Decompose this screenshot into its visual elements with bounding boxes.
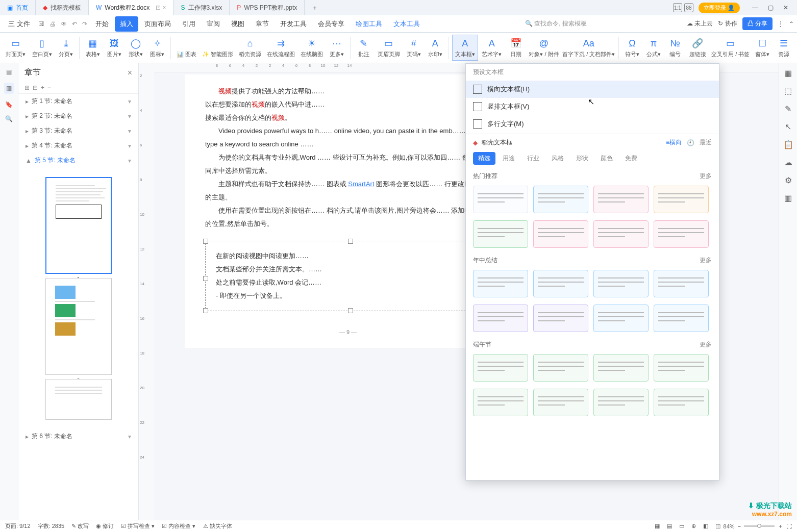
recent-label[interactable]: 最近 [700, 138, 712, 147]
textbox-template[interactable] [654, 220, 709, 248]
textbox-option[interactable]: 横向文本框(H) [466, 81, 719, 98]
ribbon-表格▾[interactable]: ▦表格▾ [83, 35, 103, 60]
close-window-icon[interactable]: ✕ [780, 4, 792, 11]
more-link[interactable]: 更多 [700, 256, 712, 265]
ribbon-水印▾[interactable]: A水印▾ [425, 35, 445, 60]
textbox-template[interactable] [473, 305, 528, 332]
history-icon[interactable]: 🕘 [687, 139, 694, 146]
filter-tab-颜色[interactable]: 颜色 [595, 152, 618, 165]
ribbon-空白页▾[interactable]: ▯空白页▾ [30, 35, 55, 60]
textbox-template[interactable] [654, 186, 709, 213]
zoom-slider[interactable] [744, 525, 775, 527]
filter-tab-免费[interactable]: 免费 [620, 152, 642, 165]
textbox-template[interactable] [593, 220, 649, 248]
ribbon-公式▾[interactable]: π公式▾ [643, 35, 664, 60]
menu-页面布局[interactable]: 页面布局 [139, 16, 176, 32]
ribbon-图标▾[interactable]: ✧图标▾ [147, 35, 167, 60]
ribbon-符号▾[interactable]: Ω符号▾ [622, 35, 642, 60]
textbox-template[interactable] [473, 220, 528, 248]
textbox-template[interactable] [593, 270, 649, 297]
menu-插入[interactable]: 插入 [115, 16, 138, 32]
pen-icon[interactable]: ✎ [785, 104, 791, 114]
chapter-item[interactable]: ▸第 3 节: 未命名▾ [18, 123, 138, 138]
command-search[interactable]: 🔍 查找命令, 搜索模板 [525, 19, 587, 28]
save-icon[interactable]: 🖫 [36, 20, 46, 28]
print-icon[interactable]: 🖨 [47, 20, 58, 28]
menu-引用[interactable]: 引用 [177, 16, 201, 32]
ribbon-批注[interactable]: ✎批注 [354, 35, 374, 60]
view-mode-4[interactable]: ⊕ [691, 523, 696, 529]
filter-tab-用途[interactable]: 用途 [497, 152, 520, 165]
ribbon-分页▾[interactable]: ⤓分页▾ [56, 35, 76, 60]
tab-home[interactable]: ▣首页 [0, 0, 36, 15]
textbox-template[interactable] [654, 270, 709, 297]
filter-tab-精选[interactable]: 精选 [473, 152, 495, 165]
page-thumb-2[interactable]: 2 [45, 278, 112, 375]
file-menu[interactable]: 三 文件 [3, 16, 35, 32]
more-link[interactable]: 更多 [700, 340, 712, 349]
ribbon-页码▾[interactable]: #页码▾ [404, 35, 424, 60]
textbox-option[interactable]: 多行文字(M) [466, 115, 719, 133]
tab-xlsx[interactable]: S工作簿3.xlsx [173, 0, 230, 15]
chapter-item[interactable]: ▲第 5 节: 未命名▾ [18, 153, 138, 168]
settings-icon[interactable]: ⚙ [785, 175, 792, 185]
chapter-item[interactable]: ▸第 4 节: 未命名▾ [18, 138, 138, 153]
orientation-toggle[interactable]: ≡横向 [666, 138, 682, 147]
textbox-template[interactable] [654, 389, 709, 416]
expand-icon[interactable]: ⊞ [24, 84, 30, 91]
view-mode-5[interactable]: ◧ [703, 523, 708, 529]
textbox-template[interactable] [533, 220, 588, 248]
ribbon-资源[interactable]: ☰资源 [774, 35, 794, 60]
remove-icon[interactable]: − [47, 84, 51, 91]
tab-word-doc[interactable]: WWord教程2.docx⊡ × [89, 0, 173, 15]
view-mode-1[interactable]: ▦ [655, 523, 660, 529]
textbox-template[interactable] [654, 305, 709, 332]
textbox-template[interactable] [473, 354, 528, 382]
menu-文本工具[interactable]: 文本工具 [388, 16, 425, 32]
zoom-out[interactable]: − [738, 523, 741, 529]
outline-icon[interactable]: ▤ [6, 68, 12, 75]
bookmark-icon[interactable]: 🔖 [5, 101, 13, 108]
toolbox-icon[interactable]: ▦ [784, 68, 792, 78]
textbox-template[interactable] [533, 186, 588, 213]
content-check[interactable]: ☑ 内容检查 ▾ [162, 522, 195, 530]
filter-tab-行业[interactable]: 行业 [522, 152, 544, 165]
ribbon-形状▾[interactable]: ◯形状▾ [126, 35, 146, 60]
view-mode-2[interactable]: ▤ [667, 523, 672, 529]
close-panel-icon[interactable]: × [128, 68, 132, 78]
ribbon-封面页▾[interactable]: ▭封面页▾ [3, 35, 29, 60]
more-link[interactable]: 更多 [700, 172, 712, 181]
textbox-template[interactable] [533, 389, 588, 416]
undo-icon[interactable]: ↶ [70, 20, 79, 28]
fullscreen-icon[interactable]: ⛶ [786, 523, 792, 529]
textbox-template[interactable] [593, 186, 649, 213]
textbox-template[interactable] [533, 270, 588, 297]
textbox-template[interactable] [593, 354, 649, 382]
cloud-status[interactable]: ☁ 未上云 [687, 19, 713, 28]
collapse-icon[interactable]: ⊟ [33, 84, 38, 91]
spell-check[interactable]: ☑ 拼写检查 ▾ [121, 522, 155, 530]
page-status[interactable]: 页面: 9/12 [5, 522, 31, 530]
textbox-template[interactable] [654, 354, 709, 382]
menu-审阅[interactable]: 审阅 [202, 16, 225, 32]
ribbon-文本框▾[interactable]: A文本框▾ [452, 35, 479, 61]
ribbon-艺术字▾[interactable]: A艺术字▾ [479, 35, 505, 60]
textbox-template[interactable] [473, 186, 528, 213]
clipboard-icon[interactable]: 📋 [783, 140, 793, 149]
ribbon-日期[interactable]: 📅日期 [506, 35, 526, 60]
tab-ppt[interactable]: PWPS PPT教程.pptx [230, 0, 305, 15]
maximize-icon[interactable]: ▢ [764, 4, 777, 11]
textbox-template[interactable] [593, 389, 649, 416]
chapter-item[interactable]: ▸第 6 节: 未命名▾ [18, 429, 138, 444]
ribbon-更多▾[interactable]: ⋯更多▾ [327, 35, 347, 60]
menu-绘图工具[interactable]: 绘图工具 [351, 16, 387, 32]
ribbon-在线脑图[interactable]: ☀在线脑图 [298, 35, 326, 60]
add-icon[interactable]: + [41, 84, 44, 91]
panel-icon[interactable]: ▥ [784, 193, 792, 203]
textbox-template[interactable] [533, 305, 588, 332]
chapter-item[interactable]: ▸第 1 节: 未命名▾ [18, 94, 138, 109]
page-thumb-3[interactable] [45, 379, 112, 420]
ribbon-页眉页脚[interactable]: ▭页眉页脚 [375, 35, 403, 60]
menu-会员专享[interactable]: 会员专享 [313, 16, 350, 32]
login-button[interactable]: 立即登录 👤 [699, 3, 740, 13]
